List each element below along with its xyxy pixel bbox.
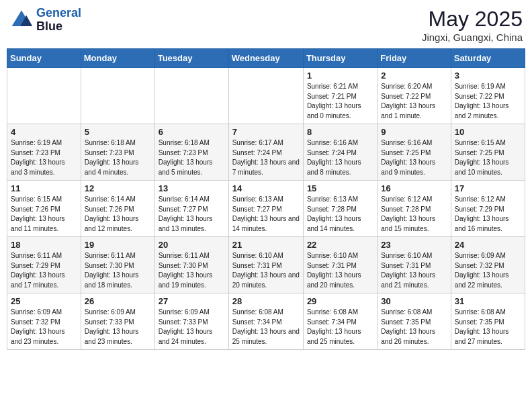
- day-number: 9: [381, 127, 447, 137]
- calendar-week-4: 18Sunrise: 6:11 AM Sunset: 7:29 PM Dayli…: [7, 237, 525, 293]
- day-info: Sunrise: 6:10 AM Sunset: 7:31 PM Dayligh…: [307, 251, 373, 290]
- day-number: 6: [159, 127, 225, 137]
- day-header-saturday: Saturday: [451, 49, 525, 68]
- day-number: 21: [232, 240, 300, 250]
- logo-icon: [9, 8, 34, 32]
- calendar-cell: 22Sunrise: 6:10 AM Sunset: 7:31 PM Dayli…: [303, 237, 377, 293]
- calendar-cell: 2Sunrise: 6:20 AM Sunset: 7:22 PM Daylig…: [378, 68, 451, 124]
- calendar-cell: 20Sunrise: 6:11 AM Sunset: 7:30 PM Dayli…: [154, 237, 228, 293]
- day-number: 18: [11, 240, 77, 250]
- day-number: 23: [381, 240, 447, 250]
- page-header: General Blue May 2025 Jingxi, Guangxi, C…: [7, 7, 525, 43]
- day-number: 28: [232, 296, 300, 306]
- day-number: 29: [307, 296, 373, 306]
- calendar-cell: 12Sunrise: 6:14 AM Sunset: 7:26 PM Dayli…: [81, 181, 154, 237]
- day-number: 30: [381, 296, 447, 306]
- day-number: 12: [85, 183, 151, 193]
- calendar-cell: 30Sunrise: 6:08 AM Sunset: 7:35 PM Dayli…: [378, 293, 451, 350]
- day-number: 10: [455, 127, 521, 137]
- calendar-cell: [154, 68, 228, 124]
- title-block: May 2025 Jingxi, Guangxi, China: [422, 7, 523, 43]
- logo-text: General Blue: [36, 7, 81, 34]
- day-info: Sunrise: 6:10 AM Sunset: 7:31 PM Dayligh…: [232, 251, 300, 290]
- day-info: Sunrise: 6:16 AM Sunset: 7:24 PM Dayligh…: [307, 138, 373, 177]
- day-number: 31: [455, 296, 521, 306]
- day-info: Sunrise: 6:20 AM Sunset: 7:22 PM Dayligh…: [381, 82, 447, 121]
- calendar-cell: 11Sunrise: 6:15 AM Sunset: 7:26 PM Dayli…: [7, 181, 81, 237]
- day-header-monday: Monday: [81, 49, 154, 68]
- day-info: Sunrise: 6:09 AM Sunset: 7:32 PM Dayligh…: [11, 308, 77, 347]
- calendar-week-1: 1Sunrise: 6:21 AM Sunset: 7:21 PM Daylig…: [7, 68, 525, 124]
- day-info: Sunrise: 6:11 AM Sunset: 7:30 PM Dayligh…: [85, 251, 151, 290]
- day-info: Sunrise: 6:19 AM Sunset: 7:22 PM Dayligh…: [455, 82, 521, 121]
- calendar-cell: 27Sunrise: 6:09 AM Sunset: 7:33 PM Dayli…: [154, 293, 228, 350]
- calendar-cell: 1Sunrise: 6:21 AM Sunset: 7:21 PM Daylig…: [303, 68, 377, 124]
- day-number: 17: [455, 183, 521, 193]
- day-info: Sunrise: 6:11 AM Sunset: 7:29 PM Dayligh…: [11, 251, 77, 290]
- day-info: Sunrise: 6:09 AM Sunset: 7:33 PM Dayligh…: [85, 308, 151, 347]
- calendar-cell: 10Sunrise: 6:15 AM Sunset: 7:25 PM Dayli…: [451, 124, 525, 181]
- calendar-cell: 29Sunrise: 6:08 AM Sunset: 7:34 PM Dayli…: [303, 293, 377, 350]
- calendar-header-row: SundayMondayTuesdayWednesdayThursdayFrid…: [7, 49, 525, 68]
- day-info: Sunrise: 6:09 AM Sunset: 7:33 PM Dayligh…: [159, 308, 225, 347]
- calendar-cell: 3Sunrise: 6:19 AM Sunset: 7:22 PM Daylig…: [451, 68, 525, 124]
- day-number: 14: [232, 183, 300, 193]
- day-header-sunday: Sunday: [7, 49, 81, 68]
- logo-line1: General: [36, 6, 81, 19]
- calendar-cell: 24Sunrise: 6:09 AM Sunset: 7:32 PM Dayli…: [451, 237, 525, 293]
- day-info: Sunrise: 6:11 AM Sunset: 7:30 PM Dayligh…: [159, 251, 225, 290]
- calendar-cell: 5Sunrise: 6:18 AM Sunset: 7:23 PM Daylig…: [81, 124, 154, 181]
- day-number: 3: [455, 71, 521, 81]
- day-number: 27: [159, 296, 225, 306]
- day-info: Sunrise: 6:08 AM Sunset: 7:35 PM Dayligh…: [381, 308, 447, 347]
- day-info: Sunrise: 6:19 AM Sunset: 7:23 PM Dayligh…: [11, 138, 77, 177]
- calendar-cell: 19Sunrise: 6:11 AM Sunset: 7:30 PM Dayli…: [81, 237, 154, 293]
- day-number: 26: [85, 296, 151, 306]
- month-title: May 2025: [422, 7, 523, 32]
- calendar-cell: 28Sunrise: 6:08 AM Sunset: 7:34 PM Dayli…: [228, 293, 303, 350]
- day-number: 25: [11, 296, 77, 306]
- logo-line2: Blue: [36, 20, 81, 34]
- day-info: Sunrise: 6:13 AM Sunset: 7:27 PM Dayligh…: [232, 195, 300, 234]
- day-header-tuesday: Tuesday: [154, 49, 228, 68]
- day-info: Sunrise: 6:08 AM Sunset: 7:34 PM Dayligh…: [232, 308, 300, 347]
- day-number: 19: [85, 240, 151, 250]
- calendar-week-5: 25Sunrise: 6:09 AM Sunset: 7:32 PM Dayli…: [7, 293, 525, 350]
- day-number: 24: [455, 240, 521, 250]
- calendar-cell: 21Sunrise: 6:10 AM Sunset: 7:31 PM Dayli…: [228, 237, 303, 293]
- day-number: 5: [85, 127, 151, 137]
- calendar-cell: 17Sunrise: 6:12 AM Sunset: 7:29 PM Dayli…: [451, 181, 525, 237]
- day-info: Sunrise: 6:21 AM Sunset: 7:21 PM Dayligh…: [307, 82, 373, 121]
- calendar-cell: 26Sunrise: 6:09 AM Sunset: 7:33 PM Dayli…: [81, 293, 154, 350]
- day-info: Sunrise: 6:12 AM Sunset: 7:29 PM Dayligh…: [455, 195, 521, 234]
- day-info: Sunrise: 6:14 AM Sunset: 7:26 PM Dayligh…: [85, 195, 151, 234]
- logo: General Blue: [9, 7, 81, 34]
- day-info: Sunrise: 6:15 AM Sunset: 7:26 PM Dayligh…: [11, 195, 77, 234]
- day-number: 8: [307, 127, 373, 137]
- day-info: Sunrise: 6:08 AM Sunset: 7:35 PM Dayligh…: [455, 308, 521, 347]
- calendar-cell: 16Sunrise: 6:12 AM Sunset: 7:28 PM Dayli…: [378, 181, 451, 237]
- day-info: Sunrise: 6:15 AM Sunset: 7:25 PM Dayligh…: [455, 138, 521, 177]
- day-header-friday: Friday: [378, 49, 451, 68]
- day-info: Sunrise: 6:17 AM Sunset: 7:24 PM Dayligh…: [232, 138, 300, 177]
- calendar-week-2: 4Sunrise: 6:19 AM Sunset: 7:23 PM Daylig…: [7, 124, 525, 181]
- day-info: Sunrise: 6:09 AM Sunset: 7:32 PM Dayligh…: [455, 251, 521, 290]
- calendar-cell: 31Sunrise: 6:08 AM Sunset: 7:35 PM Dayli…: [451, 293, 525, 350]
- day-header-thursday: Thursday: [303, 49, 377, 68]
- day-header-wednesday: Wednesday: [228, 49, 303, 68]
- calendar-cell: 13Sunrise: 6:14 AM Sunset: 7:27 PM Dayli…: [154, 181, 228, 237]
- calendar-cell: 9Sunrise: 6:16 AM Sunset: 7:25 PM Daylig…: [378, 124, 451, 181]
- day-number: 2: [381, 71, 447, 81]
- calendar-cell: 25Sunrise: 6:09 AM Sunset: 7:32 PM Dayli…: [7, 293, 81, 350]
- day-number: 7: [232, 127, 300, 137]
- day-number: 1: [307, 71, 373, 81]
- calendar-week-3: 11Sunrise: 6:15 AM Sunset: 7:26 PM Dayli…: [7, 181, 525, 237]
- calendar-cell: 6Sunrise: 6:18 AM Sunset: 7:23 PM Daylig…: [154, 124, 228, 181]
- day-number: 16: [381, 183, 447, 193]
- day-number: 15: [307, 183, 373, 193]
- calendar-table: SundayMondayTuesdayWednesdayThursdayFrid…: [7, 48, 525, 350]
- day-info: Sunrise: 6:14 AM Sunset: 7:27 PM Dayligh…: [159, 195, 225, 234]
- day-number: 13: [159, 183, 225, 193]
- day-info: Sunrise: 6:16 AM Sunset: 7:25 PM Dayligh…: [381, 138, 447, 177]
- day-number: 4: [11, 127, 77, 137]
